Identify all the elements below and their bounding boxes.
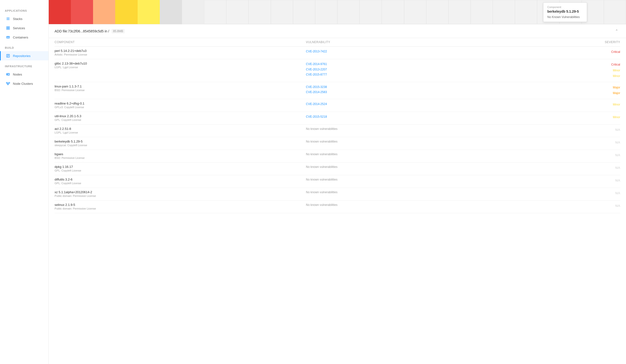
table-row: perl 5.14.2-21+deb7u3 Artistic: Permissi…	[55, 46, 620, 59]
table-row-main: berkeleydb 5.1.29-5 sleepycat: Copyleft …	[55, 140, 620, 147]
component-license: BSD: Permissive License	[55, 157, 306, 159]
table-row-main: util-linux 2.20.1-5.3 GPL: Copyleft Lice…	[55, 114, 620, 121]
cve-link[interactable]: CVE-2015-3238	[306, 84, 495, 90]
svg-rect-6	[8, 28, 9, 30]
chart-cell-21[interactable]	[493, 0, 515, 24]
severity-cell: N/A	[495, 165, 620, 171]
chart-cell-7[interactable]	[182, 0, 204, 24]
chart-area: Component berkeleydb 5.1.29-5 No Known V…	[49, 0, 626, 24]
table-row: glibc 2.13-38+deb7u10 LGPL: Lgpl License…	[55, 59, 620, 82]
nodes-icon	[6, 72, 10, 77]
chart-cell-3[interactable]	[93, 0, 115, 24]
severity-cell: N/A	[495, 190, 620, 196]
component-license: LGPL: Lgpl License	[55, 131, 306, 134]
no-vulnerability: No known vulnerabilities	[306, 203, 337, 207]
chart-cell-4[interactable]	[115, 0, 137, 24]
component-name: berkeleydb 5.1.29-5	[55, 140, 306, 143]
chart-cell-20[interactable]	[470, 0, 493, 24]
chart-cell-11[interactable]	[271, 0, 293, 24]
chart-cell-15[interactable]	[359, 0, 382, 24]
chart-cell-8[interactable]	[204, 0, 226, 24]
sidebar-item-containers-label: Containers	[13, 36, 28, 39]
severity-badge: N/A	[615, 179, 620, 182]
component-license: GPL: Copyleft License	[55, 169, 306, 172]
cve-link[interactable]: CVE-2014-9761	[306, 62, 495, 67]
cve-link[interactable]: CVE-2015-5218	[306, 114, 495, 120]
component-license: Artistic: Permissive License	[55, 53, 306, 56]
sidebar-item-nodes-label: Nodes	[13, 73, 22, 76]
chart-cell-5[interactable]	[138, 0, 160, 24]
component-name: glibc 2.13-38+deb7u10	[55, 62, 306, 65]
cve-link[interactable]: CVE-2015-8777	[306, 72, 495, 78]
severity-badge: Minor	[613, 103, 620, 106]
severity-cell: Major Major	[495, 84, 620, 96]
component-license: BSD: Permissive License	[55, 89, 306, 92]
severity-badge: Minor	[613, 116, 620, 119]
repo-icon	[6, 53, 10, 58]
sidebar-item-node-clusters[interactable]: Node Clusters	[0, 79, 48, 88]
table-row: dpkg 1.16.17 GPL: Copyleft License No kn…	[55, 162, 620, 175]
chart-cell-2[interactable]	[71, 0, 93, 24]
severity-cell: N/A	[495, 140, 620, 145]
services-icon	[6, 26, 10, 31]
no-vulnerability: No known vulnerabilities	[306, 191, 337, 194]
sidebar-item-repositories-label: Repositories	[13, 54, 31, 58]
table-row: bgaes BSD: Permissive License No known v…	[55, 150, 620, 162]
tooltip-status: No Known Vulnerabilities	[547, 15, 583, 19]
component-license: Public domain: Permissive License	[55, 207, 306, 210]
chart-cell-1[interactable]	[49, 0, 71, 24]
chart-cell-26[interactable]	[604, 0, 626, 24]
component-cell: berkeleydb 5.1.29-5 sleepycat: Copyleft …	[55, 140, 306, 147]
chart-cell-17[interactable]	[404, 0, 426, 24]
vulnerability-cell: No known vulnerabilities	[306, 165, 495, 169]
severity-cell: Minor	[495, 102, 620, 107]
file-header-left: ADD file:73c2f06...8545859c5d5 in / 85.8…	[55, 29, 125, 33]
sidebar-item-nodes[interactable]: Nodes	[0, 70, 48, 79]
chart-cell-16[interactable]	[382, 0, 404, 24]
vulnerability-header: Vulnerability	[306, 40, 495, 44]
component-license: GPL: Copyleft License	[55, 182, 306, 185]
chart-cell-19[interactable]	[448, 0, 470, 24]
component-cell: acl 2.2.51-8 LGPL: Lgpl License	[55, 127, 306, 134]
chart-cell-13[interactable]	[315, 0, 337, 24]
svg-rect-18	[6, 82, 7, 83]
component-name: linux-pam 1.1.3-7.1	[55, 84, 306, 88]
collapse-button[interactable]: ⌃	[613, 28, 620, 34]
vulnerability-cell: No known vulnerabilities	[306, 140, 495, 143]
component-name: dpkg 1.16.17	[55, 165, 306, 169]
tooltip-component-name: berkeleydb 5.1.29-5	[547, 9, 583, 13]
sidebar-item-containers[interactable]: Containers	[0, 33, 48, 42]
cve-link[interactable]: CVE-2014-2524	[306, 102, 495, 107]
component-cell: linux-pam 1.1.3-7.1 BSD: Permissive Lice…	[55, 84, 306, 92]
svg-rect-3	[6, 27, 8, 28]
component-name: util-linux 2.20.1-5.3	[55, 114, 306, 118]
svg-rect-20	[8, 82, 10, 83]
chart-cell-12[interactable]	[293, 0, 315, 24]
cve-link[interactable]: CVE-2014-2583	[306, 90, 495, 95]
chart-cell-18[interactable]	[426, 0, 448, 24]
vulnerability-cell: CVE-2013-7422	[306, 49, 495, 54]
sidebar-item-services[interactable]: Services	[0, 23, 48, 33]
chart-cell-22[interactable]	[515, 0, 537, 24]
vulnerability-table: Component Vulnerability Severity perl 5.…	[49, 38, 626, 364]
cve-link[interactable]: CVE-2013-7422	[306, 49, 495, 54]
vulnerability-cell: CVE-2015-5218	[306, 114, 495, 120]
sidebar-item-services-label: Services	[13, 26, 25, 30]
containers-icon	[6, 35, 10, 40]
sidebar-item-repositories[interactable]: Repositories	[0, 51, 48, 60]
component-name: xz 5.1.1alpha+20120614-2	[55, 190, 306, 194]
chart-cell-9[interactable]	[226, 0, 248, 24]
chart-cell-6[interactable]	[160, 0, 182, 24]
cve-link[interactable]: CVE-2013-2207	[306, 67, 495, 72]
chart-cell-10[interactable]	[248, 0, 271, 24]
component-cell: perl 5.14.2-21+deb7u3 Artistic: Permissi…	[55, 49, 306, 56]
component-cell: dpkg 1.16.17 GPL: Copyleft License	[55, 165, 306, 172]
chart-cell-14[interactable]	[337, 0, 359, 24]
table-row: util-linux 2.20.1-5.3 GPL: Copyleft Lice…	[55, 112, 620, 124]
severity-cell: N/A	[495, 178, 620, 183]
component-cell: util-linux 2.20.1-5.3 GPL: Copyleft Lice…	[55, 114, 306, 121]
table-row-main: linux-pam 1.1.3-7.1 BSD: Permissive Lice…	[55, 84, 620, 96]
table-row-main: acl 2.2.51-8 LGPL: Lgpl License No known…	[55, 127, 620, 134]
vulnerability-cell: CVE-2015-3238 CVE-2014-2583	[306, 84, 495, 95]
sidebar-item-stacks[interactable]: Stacks	[0, 14, 48, 23]
